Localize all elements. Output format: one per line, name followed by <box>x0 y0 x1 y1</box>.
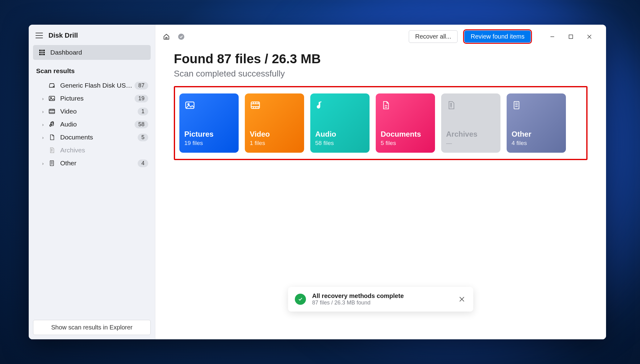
count-badge: 1 <box>138 108 148 115</box>
results-subhead: Scan completed successfully <box>174 69 588 79</box>
sidebar: Disk Drill Dashboard Scan results Generi… <box>29 25 155 339</box>
maximize-button[interactable] <box>562 31 580 43</box>
other-icon <box>512 100 523 111</box>
svg-point-9 <box>50 125 51 126</box>
toast-body: All recovery methods complete 87 files /… <box>312 292 451 306</box>
toast-title: All recovery methods complete <box>312 292 451 300</box>
topbar-left <box>163 33 185 40</box>
close-icon[interactable] <box>457 295 466 304</box>
card-count: — <box>446 140 496 147</box>
count-badge: 5 <box>138 134 148 141</box>
scan-results-heading: Scan results <box>33 64 151 79</box>
svg-point-19 <box>178 34 184 40</box>
card-count: 58 files <box>315 140 365 147</box>
main-content: Found 87 files / 26.3 MB Scan completed … <box>155 48 606 160</box>
show-in-explorer-button[interactable]: Show scan results in Explorer <box>33 320 151 335</box>
count-badge: 4 <box>138 159 148 167</box>
review-found-items-button[interactable]: Review found items <box>464 31 531 43</box>
sidebar-item-label: Other <box>60 159 138 167</box>
archive-icon <box>48 146 56 154</box>
document-icon <box>381 100 392 111</box>
topbar: Recover all... Review found items <box>155 25 606 48</box>
toast-subtitle: 87 files / 26.3 MB found <box>312 300 451 306</box>
audio-icon <box>48 120 56 128</box>
card-title: Archives <box>446 130 496 139</box>
close-button[interactable] <box>580 31 599 43</box>
picture-icon <box>48 94 56 102</box>
sidebar-item-pictures[interactable]: › Pictures 19 <box>33 92 151 105</box>
sidebar-footer: Show scan results in Explorer <box>29 316 155 339</box>
check-icon <box>295 294 306 305</box>
results-headline: Found 87 files / 26.3 MB <box>174 52 588 66</box>
card-audio[interactable]: Audio 58 files <box>310 93 370 153</box>
card-video[interactable]: Video 1 files <box>245 93 304 153</box>
document-icon <box>48 133 56 141</box>
card-title: Pictures <box>184 130 234 139</box>
sidebar-item-label: Archives <box>60 147 148 154</box>
app-title: Disk Drill <box>48 31 78 39</box>
sidebar-header: Disk Drill <box>29 25 155 45</box>
hamburger-icon[interactable] <box>36 33 43 38</box>
other-icon <box>48 159 56 167</box>
dashboard-label: Dashboard <box>50 49 82 56</box>
sidebar-item-audio[interactable]: › Audio 58 <box>33 118 151 131</box>
recover-all-button[interactable]: Recover all... <box>409 30 458 43</box>
window-controls <box>543 31 599 43</box>
card-archives: Archives — <box>441 93 500 153</box>
sidebar-item-label: Generic Flash Disk USB D... <box>60 82 135 89</box>
card-title: Audio <box>315 130 365 139</box>
category-cards-row: Pictures 19 files Video 1 files Audio 58… <box>174 86 588 160</box>
svg-point-35 <box>317 106 320 108</box>
picture-icon <box>184 100 195 111</box>
svg-rect-14 <box>50 161 54 166</box>
archive-icon <box>446 100 457 111</box>
card-count: 5 files <box>381 140 430 147</box>
card-count: 19 files <box>184 140 234 147</box>
verified-icon <box>178 33 185 40</box>
sidebar-item-label: Documents <box>60 134 138 141</box>
sidebar-item-archives: Archives <box>33 144 151 157</box>
svg-rect-18 <box>166 37 167 39</box>
completion-toast: All recovery methods complete 87 files /… <box>288 287 473 312</box>
card-pictures[interactable]: Pictures 19 files <box>179 93 239 153</box>
grid-icon <box>39 50 45 55</box>
svg-rect-21 <box>569 35 573 39</box>
count-badge: 58 <box>135 121 148 128</box>
chevron-right-icon: › <box>40 109 46 114</box>
chevron-right-icon: › <box>40 161 46 166</box>
count-badge: 87 <box>135 82 148 89</box>
audio-icon <box>315 100 326 111</box>
minimize-button[interactable] <box>543 31 562 43</box>
drive-icon <box>48 81 56 89</box>
app-window: Disk Drill Dashboard Scan results Generi… <box>29 25 606 339</box>
card-count: 1 files <box>250 140 299 147</box>
home-icon[interactable] <box>163 33 170 40</box>
card-title: Video <box>250 130 299 139</box>
svg-point-0 <box>53 86 54 87</box>
svg-rect-42 <box>514 101 519 109</box>
sidebar-item-drive[interactable]: Generic Flash Disk USB D... 87 <box>33 79 151 92</box>
card-documents[interactable]: Documents 5 files <box>376 93 435 153</box>
sidebar-item-video[interactable]: › Video 1 <box>33 105 151 118</box>
chevron-right-icon: › <box>40 96 46 101</box>
card-title: Documents <box>381 130 430 139</box>
count-badge: 19 <box>135 95 148 102</box>
sidebar-item-dashboard[interactable]: Dashboard <box>33 45 151 60</box>
video-icon <box>250 100 261 111</box>
sidebar-item-label: Audio <box>60 121 135 128</box>
card-count: 4 files <box>512 140 561 147</box>
sidebar-item-label: Pictures <box>60 95 135 102</box>
sidebar-nav: Dashboard Scan results Generic Flash Dis… <box>29 45 155 170</box>
sidebar-item-label: Video <box>60 108 138 115</box>
sidebar-item-documents[interactable]: › Documents 5 <box>33 131 151 144</box>
video-icon <box>48 107 56 115</box>
card-title: Other <box>512 130 561 139</box>
main-pane: Recover all... Review found items Found … <box>155 25 606 339</box>
sidebar-item-other[interactable]: › Other 4 <box>33 157 151 170</box>
chevron-right-icon: › <box>40 135 46 140</box>
card-other[interactable]: Other 4 files <box>507 93 566 153</box>
chevron-right-icon: › <box>40 122 46 127</box>
